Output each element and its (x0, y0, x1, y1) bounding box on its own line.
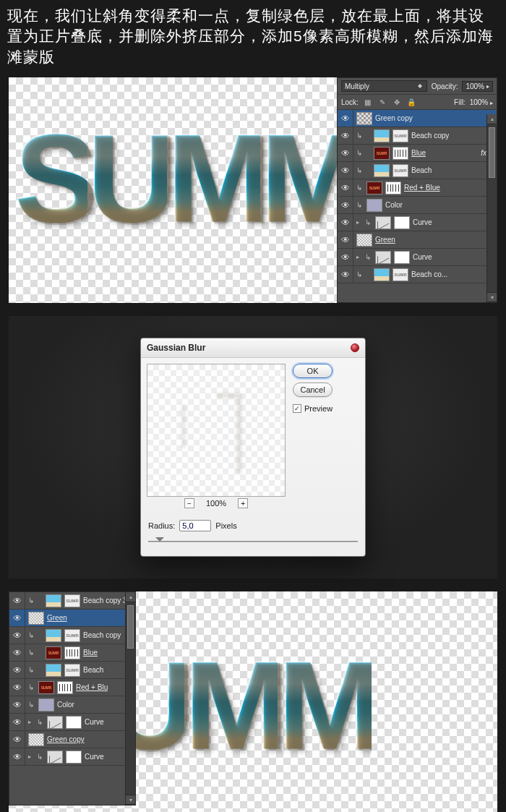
close-icon[interactable] (351, 343, 359, 352)
lock-position-icon[interactable]: ✥ (392, 97, 402, 107)
layer-name[interactable]: Curve (85, 718, 104, 726)
layer-name[interactable]: Blue (411, 149, 426, 157)
radius-input[interactable] (179, 520, 211, 531)
visibility-toggle[interactable]: 👁 (338, 162, 353, 179)
layer-row[interactable]: 👁↳Color (9, 696, 135, 714)
layer-name[interactable]: Green copy (47, 735, 85, 743)
preview-checkbox[interactable]: ✓ Preview (293, 404, 333, 413)
visibility-toggle[interactable]: 👁 (9, 696, 25, 713)
layer-name[interactable]: Beach copy (83, 631, 121, 639)
scroll-down-button[interactable]: ▾ (126, 795, 135, 805)
layer-name[interactable]: Blue (83, 649, 98, 657)
visibility-toggle[interactable]: 👁 (9, 662, 25, 678)
slider-handle-icon[interactable] (155, 537, 164, 546)
layer-name[interactable]: Green copy (375, 114, 413, 122)
layer-name[interactable]: Beach (411, 166, 432, 174)
thumb-beach-icon (46, 594, 61, 607)
visibility-toggle[interactable]: 👁 (338, 127, 353, 144)
scroll-thumb[interactable] (127, 605, 134, 649)
scroll-thumb[interactable] (489, 127, 495, 178)
layer-row[interactable]: 👁↳SUMRBlue (9, 644, 135, 662)
layer-name[interactable]: Curve (413, 253, 432, 261)
layer-row[interactable]: 👁▸↳Curve (338, 214, 497, 231)
gaussian-blur-dialog: Gaussian Blur − 100% + OK Cancel ✓ (140, 338, 366, 557)
layer-name[interactable]: Beach copy (411, 132, 449, 140)
layer-row[interactable]: 👁↳SUMRBeach copy (338, 127, 497, 145)
layer-name[interactable]: Curve (85, 753, 104, 761)
scroll-down-button[interactable]: ▾ (487, 292, 497, 302)
layer-row[interactable]: 👁↳SUMRRed + Blu (9, 679, 135, 696)
visibility-toggle[interactable]: 👁 (9, 731, 25, 748)
layer-row[interactable]: 👁Green (9, 610, 135, 627)
expand-icon[interactable]: ▸ (28, 719, 34, 725)
visibility-toggle[interactable]: 👁 (9, 592, 25, 609)
layer-name[interactable]: Red + Blu (76, 683, 108, 691)
layer-row[interactable]: 👁Green (338, 231, 497, 249)
layer-row[interactable]: 👁▸↳Curve (9, 748, 135, 766)
lock-all-icon[interactable]: 🔒 (406, 97, 416, 107)
layer-name[interactable]: Beach co... (411, 270, 447, 278)
layer-name[interactable]: Green (47, 614, 67, 622)
layer-row[interactable]: 👁↳SUMRRed + Blue (338, 179, 497, 197)
layer-row[interactable]: 👁↳SUMRBeach (9, 662, 135, 679)
layer-row[interactable]: 👁Green copy (9, 731, 135, 748)
layer-name[interactable]: Beach copy 3 (83, 597, 127, 604)
zoom-in-button[interactable]: + (238, 498, 248, 508)
opacity-field[interactable]: 100% ▸ (462, 81, 493, 92)
layer-row[interactable]: 👁↳SUMRBluefx▸ (338, 145, 497, 162)
thumb-solidcolor-icon (366, 199, 382, 212)
thumb-transparent-icon (356, 112, 372, 125)
clip-icon: ↳ (365, 253, 372, 261)
layer-row[interactable]: 👁↳Color (338, 197, 497, 214)
clip-icon: ↳ (37, 718, 44, 726)
visibility-toggle[interactable]: 👁 (9, 748, 25, 765)
fx-icon[interactable]: fx (481, 149, 486, 157)
visibility-toggle[interactable]: 👁 (9, 610, 25, 626)
layer-name[interactable]: Color (385, 201, 403, 209)
visibility-toggle[interactable]: 👁 (338, 266, 353, 283)
scroll-up-button[interactable]: ▴ (487, 114, 497, 124)
blend-mode-select[interactable]: Multiply (341, 80, 427, 92)
ok-button[interactable]: OK (293, 364, 333, 378)
layer-name[interactable]: Beach (83, 666, 103, 674)
visibility-toggle[interactable]: 👁 (338, 179, 353, 196)
visibility-toggle[interactable]: 👁 (338, 249, 353, 265)
visibility-toggle[interactable]: 👁 (338, 231, 353, 248)
scrollbar[interactable]: ▴ ▾ (486, 114, 497, 302)
visibility-toggle[interactable]: 👁 (338, 145, 353, 161)
expand-icon[interactable]: ▸ (28, 753, 34, 760)
layer-row[interactable]: 👁↳SUMRBeach co... (338, 266, 497, 283)
layer-row[interactable]: 👁▸↳Curve (9, 714, 135, 731)
expand-icon[interactable]: ▸ (356, 254, 362, 260)
thumb-mask-icon (394, 251, 410, 264)
layer-name[interactable]: Red + Blue (404, 184, 440, 192)
expand-icon[interactable]: ▸ (356, 219, 362, 226)
layer-name[interactable]: Color (57, 701, 74, 709)
scrollbar[interactable]: ▴ ▾ (125, 592, 135, 805)
radius-slider[interactable] (148, 537, 358, 546)
visibility-toggle[interactable]: 👁 (338, 197, 353, 213)
visibility-toggle[interactable]: 👁 (9, 714, 25, 730)
thumb-mask-icon: SUMR (64, 664, 80, 677)
visibility-toggle[interactable]: 👁 (9, 627, 25, 644)
layer-name[interactable]: Green (375, 236, 395, 244)
layer-row[interactable]: 👁↳SUMRBeach copy 3 (9, 592, 135, 610)
visibility-toggle[interactable]: 👁 (338, 110, 353, 127)
lock-transparency-icon[interactable]: ▦ (363, 97, 373, 107)
layer-name[interactable]: Curve (413, 218, 432, 226)
clip-icon: ↳ (37, 753, 44, 761)
layer-row[interactable]: 👁↳SUMRBeach (338, 162, 497, 179)
preview-area[interactable] (147, 364, 286, 497)
preview-label: Preview (304, 404, 333, 413)
zoom-out-button[interactable]: − (184, 498, 194, 508)
fill-field[interactable]: 100% ▸ (470, 98, 493, 106)
lock-brush-icon[interactable]: ✎ (377, 97, 387, 107)
cancel-button[interactable]: Cancel (293, 383, 333, 397)
layer-row[interactable]: 👁↳SUMRBeach copy (9, 627, 135, 644)
layer-row[interactable]: 👁▸↳Curve (338, 249, 497, 266)
visibility-toggle[interactable]: 👁 (9, 679, 25, 696)
layer-row[interactable]: 👁Green copy (338, 110, 497, 127)
visibility-toggle[interactable]: 👁 (9, 644, 25, 661)
scroll-up-button[interactable]: ▴ (126, 592, 135, 602)
visibility-toggle[interactable]: 👁 (338, 214, 353, 231)
